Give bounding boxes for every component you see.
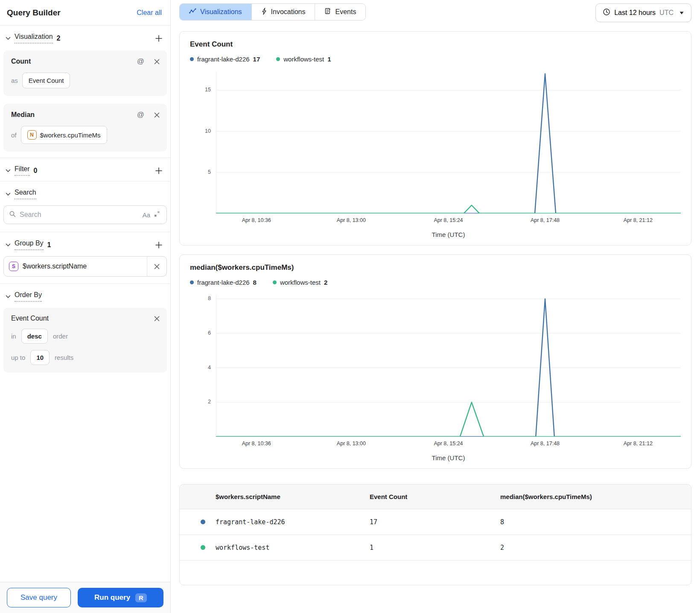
- chevron-down-icon[interactable]: [4, 293, 12, 301]
- legend-series-value: 1: [327, 55, 331, 63]
- run-query-button[interactable]: Run query R: [78, 588, 163, 607]
- legend-item[interactable]: fragrant-lake-d22617: [190, 55, 260, 63]
- chevron-down-icon[interactable]: [4, 241, 12, 249]
- sort-direction-select[interactable]: desc: [21, 329, 48, 344]
- chevron-down-icon[interactable]: [4, 167, 12, 175]
- add-filter-button[interactable]: [154, 166, 163, 175]
- y-axis-tick: 8: [193, 295, 211, 301]
- series-color-dot: [276, 57, 280, 61]
- x-axis-tick: Apr 8, 17:48: [531, 217, 560, 223]
- chart-legend: fragrant-lake-d22617workflows-test1: [190, 55, 681, 63]
- median-field-value: $workers.cpuTimeMs: [40, 131, 101, 139]
- search-icon: [9, 210, 16, 219]
- limit-input[interactable]: 10: [30, 350, 50, 365]
- clear-all-button[interactable]: Clear all: [137, 9, 162, 17]
- top-bar: VisualizationsInvocationsEvents Last 12 …: [179, 3, 691, 22]
- legend-item[interactable]: fragrant-lake-d2268: [190, 279, 257, 286]
- chart-legend: fragrant-lake-d2268workflows-test2: [190, 279, 681, 286]
- remove-group-by-button[interactable]: [147, 257, 166, 276]
- filter-count: 0: [34, 167, 38, 175]
- series-color-dot: [190, 57, 194, 61]
- filter-label[interactable]: Filter: [15, 165, 30, 176]
- at-icon[interactable]: @: [137, 111, 144, 119]
- table-row[interactable]: fragrant-lake-d226178: [180, 509, 691, 535]
- x-axis-tick: Apr 8, 15:24: [434, 441, 463, 447]
- visualization-card-median: Median @ of N $workers.cpuTimeMs: [3, 104, 167, 152]
- visualization-section-header: Visualization 2: [0, 26, 170, 49]
- chevron-down-icon[interactable]: [4, 35, 12, 42]
- tab-label: Events: [335, 8, 356, 16]
- cell-event-count: 17: [370, 518, 500, 526]
- string-type-icon: S: [9, 262, 18, 271]
- order-by-field: Event Count: [11, 315, 49, 322]
- median-cputime-chart-card: median($workers.cpuTimeMs) fragrant-lake…: [179, 254, 691, 469]
- y-axis-tick: 4: [193, 365, 211, 371]
- close-icon[interactable]: [154, 112, 160, 118]
- at-icon[interactable]: @: [137, 57, 144, 66]
- series-color-dot: [201, 520, 205, 524]
- group-by-field-selector[interactable]: S $workers.scriptName: [4, 262, 147, 271]
- chart-plot-area[interactable]: 51015: [216, 71, 681, 213]
- search-box: Aa *: [3, 205, 167, 224]
- app-root: Query Builder Clear all Visualization 2 …: [0, 0, 700, 613]
- in-label: in: [11, 333, 16, 340]
- legend-item[interactable]: workflows-test2: [273, 279, 327, 286]
- x-axis-tick: Apr 8, 17:48: [531, 441, 560, 447]
- run-query-label: Run query: [94, 593, 130, 602]
- legend-item[interactable]: workflows-test1: [276, 55, 331, 63]
- group-by-field-value: $workers.scriptName: [23, 263, 87, 270]
- regex-icon[interactable]: *: [154, 210, 161, 219]
- y-axis-tick: 6: [193, 330, 211, 336]
- legend-series-value: 17: [253, 55, 260, 63]
- legend-series-name: fragrant-lake-d226: [197, 279, 250, 286]
- time-range-selector[interactable]: Last 12 hours UTC: [595, 3, 691, 22]
- column-header-median[interactable]: median($workers.cpuTimeMs): [500, 493, 691, 500]
- legend-series-name: workflows-test: [280, 279, 321, 286]
- chart-title: median($workers.cpuTimeMs): [190, 263, 681, 272]
- tab-visualizations[interactable]: Visualizations: [180, 4, 251, 20]
- query-builder-panel: Query Builder Clear all Visualization 2 …: [0, 0, 171, 613]
- line-chart-svg: [216, 295, 681, 437]
- column-header-event-count[interactable]: Event Count: [370, 493, 500, 500]
- line-chart-svg: [216, 71, 681, 213]
- median-card-title: Median: [11, 111, 35, 119]
- add-visualization-button[interactable]: [154, 34, 163, 43]
- add-group-by-button[interactable]: [154, 240, 163, 250]
- up-to-label: up to: [11, 354, 25, 361]
- table-row[interactable]: workflows-test12: [180, 535, 691, 560]
- count-card-title: Count: [11, 58, 31, 65]
- chevron-down-icon[interactable]: [4, 190, 12, 198]
- visualization-label[interactable]: Visualization: [15, 33, 53, 44]
- legend-series-name: fragrant-lake-d226: [197, 55, 250, 63]
- y-axis-tick: 5: [193, 169, 211, 175]
- chart-plot-area[interactable]: 2468: [216, 295, 681, 437]
- column-header-script-name[interactable]: $workers.scriptName: [216, 493, 370, 500]
- legend-series-value: 8: [253, 279, 257, 286]
- tab-invocations[interactable]: Invocations: [251, 4, 315, 20]
- save-query-button[interactable]: Save query: [7, 588, 71, 607]
- svg-text:*: *: [157, 210, 160, 216]
- tab-label: Invocations: [271, 8, 306, 16]
- cell-median: 8: [500, 518, 691, 526]
- order-by-label[interactable]: Order By: [15, 291, 42, 302]
- view-tabs: VisualizationsInvocationsEvents: [179, 3, 366, 20]
- timezone-label: UTC: [659, 9, 674, 17]
- x-axis-tick: Apr 8, 15:24: [434, 217, 463, 223]
- close-icon[interactable]: [154, 58, 160, 65]
- alias-field[interactable]: Event Count: [22, 73, 70, 88]
- median-field-selector[interactable]: N $workers.cpuTimeMs: [21, 126, 107, 144]
- x-axis-ticks: Apr 8, 10:36Apr 8, 13:00Apr 8, 15:24Apr …: [216, 441, 681, 448]
- close-icon[interactable]: [154, 315, 160, 322]
- x-axis-tick: Apr 8, 13:00: [337, 441, 366, 447]
- group-by-label[interactable]: Group By: [15, 239, 44, 250]
- match-case-icon[interactable]: Aa: [143, 211, 150, 219]
- search-label[interactable]: Search: [15, 189, 36, 199]
- tab-events[interactable]: Events: [315, 4, 365, 20]
- x-axis-tick: Apr 8, 13:00: [337, 217, 366, 223]
- cell-script-name: workflows-test: [216, 544, 370, 552]
- legend-series-value: 2: [324, 279, 327, 286]
- search-input[interactable]: [20, 211, 139, 219]
- run-shortcut-badge: R: [135, 593, 147, 602]
- chart-title: Event Count: [190, 40, 681, 49]
- visualization-card-count: Count @ as Event Count: [3, 50, 167, 96]
